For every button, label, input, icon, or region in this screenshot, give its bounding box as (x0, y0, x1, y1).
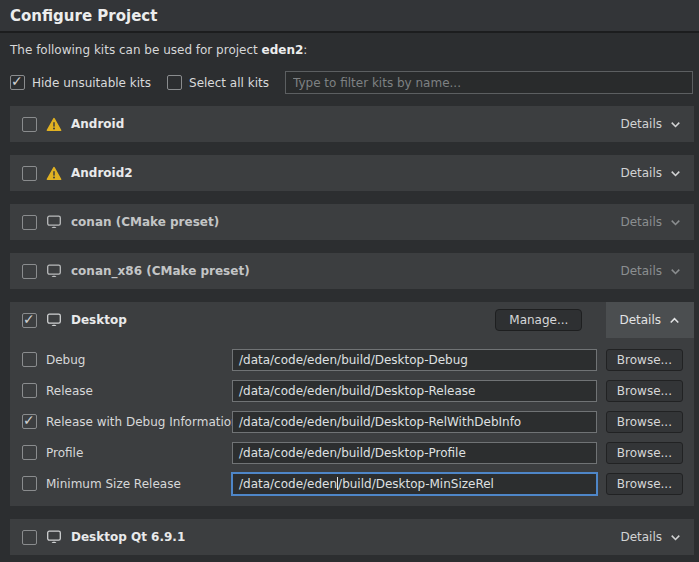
kit-row-conan-left: conan (CMake preset) (22, 214, 620, 230)
browse-button-release[interactable]: Browse... (606, 380, 683, 402)
kit-checkbox-android[interactable] (22, 117, 37, 132)
build-config-checkbox-profile[interactable] (22, 445, 37, 460)
page-title: Configure Project (10, 7, 157, 25)
build-config-label: Debug (46, 353, 232, 367)
desktop-icon (46, 529, 62, 545)
build-config-label: Release with Debug Information (46, 415, 232, 429)
details-label: Details (620, 530, 662, 544)
build-config-row-debug: Debug /data/code/eden/build/Desktop-Debu… (22, 344, 683, 375)
build-config-checkbox-release[interactable] (22, 383, 37, 398)
build-dir-path: /data/code/eden/build/Desktop-Profile (239, 446, 466, 460)
kit-row-android2: Android2 Details (10, 155, 694, 191)
details-toggle-android[interactable]: Details (620, 117, 682, 131)
desktop-icon (46, 263, 62, 279)
build-config-checkbox-minsizerel[interactable] (22, 476, 37, 491)
kit-row-desktop-left: Desktop (22, 312, 495, 328)
build-dir-path-after-caret: /build/Desktop-MinSizeRel (338, 477, 494, 491)
kit-row-conan-x86: conan_x86 (CMake preset) Details (10, 253, 694, 289)
details-label: Details (620, 264, 662, 278)
browse-button-relwithdebinfo[interactable]: Browse... (606, 411, 683, 433)
build-dir-path-before-caret: /data/code/eden (239, 477, 337, 491)
intro-text-after: : (303, 43, 307, 57)
chevron-down-icon (669, 216, 682, 229)
hide-unsuitable-kits-checkbox[interactable] (10, 75, 25, 90)
details-label: Details (619, 313, 661, 327)
kit-row-desktop-qt-left: Desktop Qt 6.9.1 (22, 529, 620, 545)
build-config-checkbox-debug[interactable] (22, 352, 37, 367)
kit-filter-controls: Hide unsuitable kits Select all kits (10, 71, 693, 94)
kit-name: Android (71, 117, 124, 131)
details-label: Details (620, 215, 662, 229)
build-config-row-profile: Profile /data/code/eden/build/Desktop-Pr… (22, 437, 683, 468)
build-config-row-release: Release /data/code/eden/build/Desktop-Re… (22, 375, 683, 406)
kit-checkbox-conan-x86[interactable] (22, 264, 37, 279)
chevron-down-icon (669, 531, 682, 544)
build-dir-path: /data/code/eden/build/Desktop-Release (239, 384, 475, 398)
kit-name: Android2 (71, 166, 133, 180)
build-dir-input-minsizerel[interactable]: /data/code/eden/build/Desktop-MinSizeRel (232, 473, 597, 495)
kit-checkbox-conan[interactable] (22, 215, 37, 230)
kit-row-conan-x86-left: conan_x86 (CMake preset) (22, 263, 620, 279)
details-toggle-desktop-qt[interactable]: Details (620, 530, 682, 544)
build-dir-input-relwithdebinfo[interactable]: /data/code/eden/build/Desktop-RelWithDeb… (232, 411, 597, 433)
build-dir-input-profile[interactable]: /data/code/eden/build/Desktop-Profile (232, 442, 597, 464)
build-dir-input-release[interactable]: /data/code/eden/build/Desktop-Release (232, 380, 597, 402)
build-config-label: Profile (46, 446, 232, 460)
build-config-label: Minimum Size Release (46, 477, 232, 491)
details-label: Details (620, 117, 662, 131)
chevron-up-icon (668, 314, 681, 327)
select-all-kits-label: Select all kits (189, 76, 269, 90)
kit-row-android: Android Details (10, 106, 694, 142)
browse-button-minsizerel[interactable]: Browse... (606, 473, 683, 495)
configure-project-page: Configure Project The following kits can… (0, 0, 699, 562)
kit-row-android2-left: Android2 (22, 166, 620, 181)
select-all-kits-checkbox-row[interactable]: Select all kits (167, 75, 269, 90)
details-toggle-conan[interactable]: Details (620, 215, 682, 229)
desktop-icon (46, 312, 62, 328)
manage-kits-button[interactable]: Manage... (495, 309, 582, 331)
browse-button-profile[interactable]: Browse... (606, 442, 683, 464)
kit-filter-input[interactable] (285, 71, 693, 94)
kit-row-android-left: Android (22, 117, 620, 132)
hide-unsuitable-kits-label: Hide unsuitable kits (32, 76, 151, 90)
build-config-row-relwithdebinfo: Release with Debug Information /data/cod… (22, 406, 683, 437)
browse-button-debug[interactable]: Browse... (606, 349, 683, 371)
build-config-row-minsizerel: Minimum Size Release /data/code/eden/bui… (22, 468, 683, 499)
select-all-kits-checkbox[interactable] (167, 75, 182, 90)
chevron-down-icon (669, 167, 682, 180)
kit-name: conan_x86 (CMake preset) (71, 264, 250, 278)
hide-unsuitable-kits-checkbox-row[interactable]: Hide unsuitable kits (10, 75, 151, 90)
details-toggle-android2[interactable]: Details (620, 166, 682, 180)
kit-name: Desktop Qt 6.9.1 (71, 530, 185, 544)
desktop-build-configs: Debug /data/code/eden/build/Desktop-Debu… (10, 338, 694, 506)
page-header: Configure Project (0, 0, 699, 33)
build-dir-input-debug[interactable]: /data/code/eden/build/Desktop-Debug (232, 349, 597, 371)
kit-name: conan (CMake preset) (71, 215, 219, 229)
warning-icon (46, 166, 62, 181)
warning-icon (46, 117, 62, 132)
build-config-checkbox-relwithdebinfo[interactable] (22, 414, 37, 429)
kit-checkbox-android2[interactable] (22, 166, 37, 181)
kit-row-conan: conan (CMake preset) Details (10, 204, 694, 240)
chevron-down-icon (669, 265, 682, 278)
kit-section-desktop: Desktop Manage... Details Debug /data/co… (10, 302, 694, 506)
intro-text: The following kits can be used for proje… (10, 43, 689, 58)
kit-checkbox-desktop[interactable] (22, 313, 37, 328)
intro-text-before: The following kits can be used for proje… (10, 43, 262, 57)
kit-row-desktop: Desktop Manage... Details (10, 302, 694, 338)
kit-checkbox-desktop-qt[interactable] (22, 530, 37, 545)
details-toggle-conan-x86[interactable]: Details (620, 264, 682, 278)
kit-name: Desktop (71, 313, 127, 327)
kit-row-desktop-qt: Desktop Qt 6.9.1 Details (10, 519, 694, 555)
build-dir-path: /data/code/eden/build/Desktop-Debug (239, 353, 468, 367)
build-config-label: Release (46, 384, 232, 398)
details-label: Details (620, 166, 662, 180)
chevron-down-icon (669, 118, 682, 131)
project-name: eden2 (262, 43, 304, 57)
build-dir-path: /data/code/eden/build/Desktop-RelWithDeb… (239, 415, 521, 429)
desktop-icon (46, 214, 62, 230)
details-toggle-desktop[interactable]: Details (606, 302, 694, 338)
kit-list: Android Details Android2 Deta (10, 106, 694, 555)
